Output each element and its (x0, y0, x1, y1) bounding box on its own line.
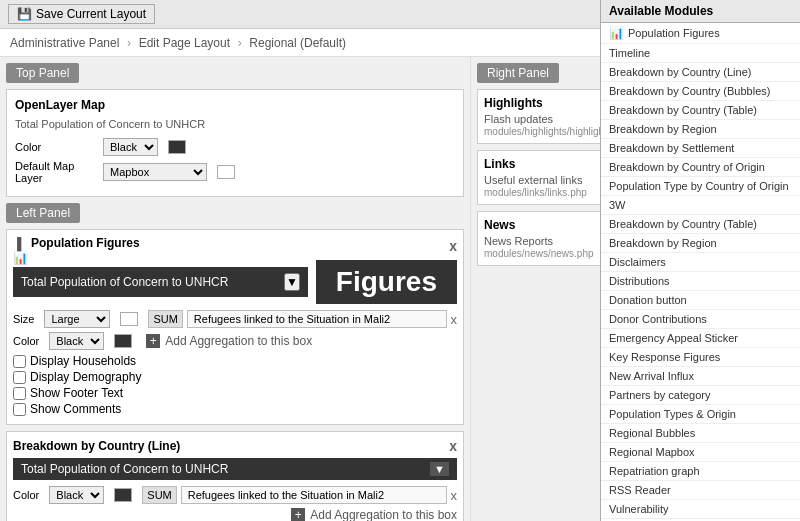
available-module-item[interactable]: Breakdown by Country (Table) (601, 101, 800, 120)
map-subtitle: Total Population of Concern to UNHCR (15, 118, 455, 130)
breadcrumb-part3: Regional (Default) (249, 36, 346, 50)
breakdown-color-label: Color (13, 489, 39, 501)
checkbox-demography-label: Display Demography (30, 370, 141, 384)
available-module-item[interactable]: Breakdown by Country (Line) (601, 63, 800, 82)
figures-box: Figures (316, 260, 457, 304)
size-select[interactable]: Large Medium Small (44, 310, 110, 328)
map-color-swatch (168, 140, 186, 154)
available-module-item[interactable]: Repatriation graph (601, 462, 800, 481)
modules-list: 📊Population FiguresTimelineBreakdown by … (601, 23, 800, 519)
breakdown-color-select[interactable]: Black White (49, 486, 104, 504)
breakdown-sum-value: Refugees linked to the Situation in Mali… (181, 486, 447, 504)
population-total: Total Population of Concern to UNHCR ▼ (13, 267, 308, 297)
breadcrumb-part2[interactable]: Edit Page Layout (139, 36, 230, 50)
available-modules-header: Available Modules (601, 0, 800, 23)
available-module-item[interactable]: Key Response Figures (601, 348, 800, 367)
checkbox-demography-input[interactable] (13, 371, 26, 384)
breakdown-plus-icon: + (291, 508, 305, 521)
available-module-item[interactable]: Breakdown by Region (601, 234, 800, 253)
available-module-item[interactable]: Population Types & Origin (601, 405, 800, 424)
checkbox-comments-label: Show Comments (30, 402, 121, 416)
save-icon: 💾 (17, 7, 32, 21)
color-swatch (114, 334, 132, 348)
add-agg-link[interactable]: + Add Aggregation to this box (146, 334, 312, 348)
available-module-item[interactable]: 📊Population Figures (601, 23, 800, 44)
available-module-item[interactable]: Population Type by Country of Origin (601, 177, 800, 196)
available-module-item[interactable]: Regional Mapbox (601, 443, 800, 462)
available-module-item[interactable]: Disclaimers (601, 253, 800, 272)
breakdown-options-row: Color Black White SUM Refugees linked to… (13, 486, 457, 504)
breadcrumb-part1[interactable]: Administrative Panel (10, 36, 119, 50)
available-module-item[interactable]: Breakdown by Country (Bubbles) (601, 82, 800, 101)
checkbox-footer-input[interactable] (13, 387, 26, 400)
available-module-item[interactable]: Distributions (601, 272, 800, 291)
color-label: Color (13, 335, 39, 347)
left-side: Top Panel OpenLayer Map Total Population… (0, 57, 470, 521)
available-module-item[interactable]: Breakdown by Region (601, 120, 800, 139)
top-panel-badge: Top Panel (6, 63, 79, 83)
map-layer-select[interactable]: Mapbox OpenStreetMap (103, 163, 207, 181)
available-module-item[interactable]: Breakdown by Country of Origin (601, 158, 800, 177)
available-module-item[interactable]: Regional Bubbles (601, 424, 800, 443)
population-arrow-btn[interactable]: ▼ (284, 273, 300, 291)
map-layer-label: Default Map Layer (15, 160, 95, 184)
plus-icon: + (146, 334, 160, 348)
news-title: News (484, 218, 515, 233)
map-module: OpenLayer Map Total Population of Concer… (6, 89, 464, 197)
main-content: Top Panel OpenLayer Map Total Population… (0, 57, 800, 521)
population-close-btn[interactable]: x (449, 238, 457, 254)
breakdown-arrow-btn[interactable]: ▼ (430, 462, 449, 476)
available-module-item[interactable]: Partners by category (601, 386, 800, 405)
breadcrumb-arrow1: › (127, 36, 131, 50)
breakdown-module-header: Breakdown by Country (Line) x (13, 438, 457, 454)
color-options-row: Color Black White + Add Aggregation to t… (13, 332, 457, 350)
checkbox-households-input[interactable] (13, 355, 26, 368)
breakdown-sum-remove[interactable]: x (451, 488, 458, 503)
population-module: 📊 Population Figures x Total Population … (6, 229, 464, 425)
map-layer-swatch (217, 165, 235, 179)
size-label: Size (13, 313, 34, 325)
color-select[interactable]: Black White (49, 332, 104, 350)
available-module-item[interactable]: RSS Reader (601, 481, 800, 500)
breadcrumb-arrow2: › (238, 36, 242, 50)
breakdown-module: Breakdown by Country (Line) x Total Popu… (6, 431, 464, 521)
available-module-item[interactable]: New Arrival Influx (601, 367, 800, 386)
map-color-row: Color Black White Red (15, 138, 455, 156)
checkbox-households-label: Display Households (30, 354, 136, 368)
map-color-label: Color (15, 141, 95, 153)
top-panel-label: Top Panel (6, 63, 464, 89)
bar-chart-icon: 📊 (13, 237, 27, 249)
breakdown-add-agg: + Add Aggregation to this box (13, 508, 457, 521)
available-module-item[interactable]: Breakdown by Country (Table) (601, 215, 800, 234)
available-module-item[interactable]: Timeline (601, 44, 800, 63)
map-layer-row: Default Map Layer Mapbox OpenStreetMap (15, 160, 455, 184)
left-panel-badge: Left Panel (6, 203, 80, 223)
sum-remove-btn[interactable]: x (451, 312, 458, 327)
save-button[interactable]: 💾 Save Current Layout (8, 4, 155, 24)
checkbox-footer-label: Show Footer Text (30, 386, 123, 400)
save-label: Save Current Layout (36, 7, 146, 21)
available-module-item[interactable]: Breakdown by Settlement (601, 139, 800, 158)
checkbox-footer-text: Show Footer Text (13, 386, 457, 400)
available-module-item[interactable]: Emergency Appeal Sticker (601, 329, 800, 348)
breakdown-add-agg-label: Add Aggregation to this box (310, 508, 457, 521)
available-module-item[interactable]: 3W (601, 196, 800, 215)
checkbox-show-comments: Show Comments (13, 402, 457, 416)
highlights-title: Highlights (484, 96, 543, 111)
map-color-select[interactable]: Black White Red (103, 138, 158, 156)
available-module-item[interactable]: Donation button (601, 291, 800, 310)
population-options-row: Size Large Medium Small SUM Refugees lin… (13, 310, 457, 328)
sum-label: SUM (148, 310, 182, 328)
breakdown-color-swatch (114, 488, 132, 502)
links-title: Links (484, 157, 515, 172)
available-module-item[interactable]: Vulnerability (601, 500, 800, 519)
checkbox-comments-input[interactable] (13, 403, 26, 416)
breakdown-sum-label: SUM (142, 486, 176, 504)
population-total-text: Total Population of Concern to UNHCR (21, 275, 228, 289)
sum-row: SUM Refugees linked to the Situation in … (148, 310, 457, 328)
available-module-item[interactable]: Donor Contributions (601, 310, 800, 329)
breakdown-module-title: Breakdown by Country (Line) (13, 439, 180, 453)
breakdown-add-agg-link[interactable]: + Add Aggregation to this box (291, 509, 457, 521)
breakdown-close-btn[interactable]: x (449, 438, 457, 454)
size-swatch (120, 312, 138, 326)
